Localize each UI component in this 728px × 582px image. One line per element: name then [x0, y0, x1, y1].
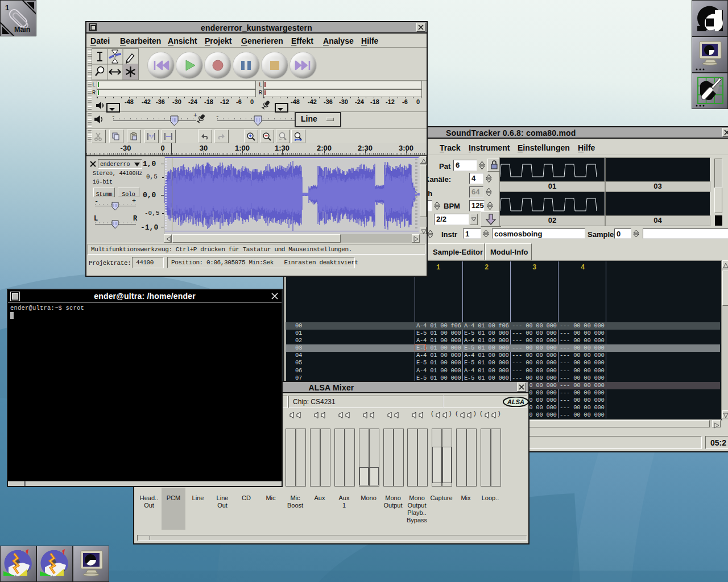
svg-text:Main: Main	[14, 26, 30, 34]
svg-text:ALSA: ALSA	[507, 398, 524, 405]
svg-text:1: 1	[5, 3, 9, 12]
